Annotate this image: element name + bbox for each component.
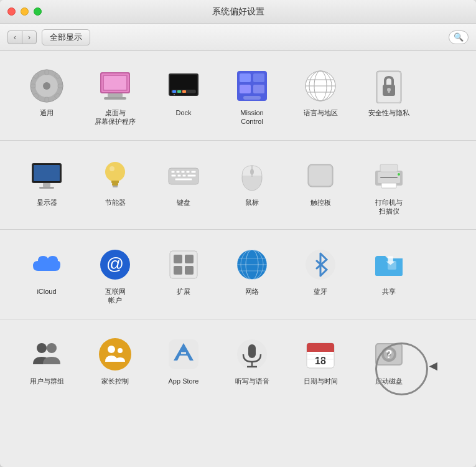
pref-sharing[interactable]: 共享	[355, 241, 423, 310]
svg-point-23	[174, 94, 175, 95]
general-icon	[28, 67, 65, 105]
pref-network[interactable]: 网络	[218, 241, 286, 310]
svg-rect-4	[45, 97, 49, 102]
pref-trackpad[interactable]: 触控板	[286, 152, 355, 221]
svg-point-94	[108, 346, 115, 353]
internet-accounts-icon: @	[96, 246, 134, 283]
toolbar: ‹ › 全部显示 🔍	[0, 24, 476, 51]
section-hardware: 显示器 节能器	[0, 141, 476, 230]
maximize-button[interactable]	[34, 7, 42, 16]
svg-rect-60	[177, 174, 181, 177]
pref-dock[interactable]: Dock	[149, 62, 218, 131]
pref-general[interactable]: 通用	[12, 62, 81, 131]
dock-label: Dock	[175, 108, 191, 117]
section-personal: 通用 桌面与 屏幕保护程序	[0, 51, 476, 141]
dictation-label: 听写与语音	[235, 377, 269, 385]
pref-dictation[interactable]: 听写与语音	[218, 331, 286, 390]
svg-rect-50	[112, 183, 118, 186]
network-icon	[233, 246, 271, 283]
pref-mission-control[interactable]: Mission Control	[218, 62, 286, 131]
svg-rect-42	[388, 90, 390, 93]
language-icon	[302, 67, 339, 105]
pref-desktop[interactable]: 桌面与 屏幕保护程序	[81, 62, 149, 131]
forward-button[interactable]: ›	[22, 31, 37, 44]
svg-rect-63	[175, 178, 192, 181]
pref-security[interactable]: 安全性与隐私	[355, 62, 423, 131]
bluetooth-icon	[302, 246, 339, 283]
pref-startup-disk[interactable]: ? 启动磁盘	[355, 331, 423, 390]
appstore-icon	[165, 336, 202, 373]
pref-internet-accounts[interactable]: @ 互联网 帐户	[81, 241, 149, 310]
svg-point-48	[105, 162, 125, 182]
pref-icloud[interactable]: iCloud	[12, 241, 81, 310]
svg-rect-21	[177, 90, 181, 93]
pref-display[interactable]: 显示器	[12, 152, 81, 221]
sharing-icon	[370, 246, 408, 283]
users-label: 用户与群组	[30, 377, 64, 385]
pref-mouse[interactable]: 鼠标	[218, 152, 286, 221]
svg-rect-29	[243, 96, 261, 100]
appstore-label: App Store	[169, 377, 199, 385]
pref-users[interactable]: 用户与群组	[12, 331, 81, 390]
pref-appstore[interactable]: App Store	[149, 331, 218, 390]
svg-rect-72	[381, 183, 396, 188]
pref-printer[interactable]: 打印机与 扫描仪	[355, 152, 423, 221]
svg-rect-55	[176, 171, 180, 173]
svg-rect-80	[174, 266, 182, 275]
arrow-indicator: ◀	[429, 360, 437, 372]
parental-icon	[96, 336, 134, 373]
pref-language[interactable]: 语言与地区	[286, 62, 355, 131]
svg-rect-56	[181, 171, 185, 173]
general-label: 通用	[40, 108, 54, 117]
mouse-label: 鼠标	[245, 198, 259, 207]
icloud-icon	[28, 246, 65, 283]
pref-bluetooth[interactable]: 蓝牙	[286, 241, 355, 310]
svg-point-2	[43, 82, 50, 90]
search-box[interactable]: 🔍	[449, 31, 469, 44]
svg-rect-51	[113, 186, 118, 187]
datetime-icon: 18	[302, 336, 339, 373]
trackpad-label: 触控板	[310, 198, 331, 207]
titlebar: 系统偏好设置	[0, 0, 476, 24]
display-label: 显示器	[37, 198, 57, 207]
dictation-icon	[233, 336, 271, 373]
printer-label: 打印机与 扫描仪	[375, 198, 403, 216]
keyboard-icon	[165, 157, 202, 194]
svg-rect-3	[45, 70, 49, 75]
startup-disk-icon: ?	[370, 336, 408, 373]
svg-point-91	[37, 343, 47, 353]
keyboard-label: 键盘	[177, 198, 190, 207]
svg-rect-14	[104, 97, 126, 100]
mission-control-label: Mission Control	[240, 108, 263, 126]
svg-rect-46	[43, 183, 50, 187]
system-preferences-window: 系统偏好设置 ‹ › 全部显示 🔍	[0, 0, 476, 467]
printer-icon	[370, 157, 408, 194]
pref-parental[interactable]: 家长控制	[81, 331, 149, 390]
svg-point-92	[47, 343, 57, 353]
trackpad-icon	[302, 157, 339, 194]
svg-rect-22	[182, 90, 186, 93]
show-all-button[interactable]: 全部显示	[42, 29, 90, 45]
svg-rect-79	[185, 255, 194, 263]
svg-rect-13	[108, 93, 123, 97]
pref-datetime[interactable]: 18 日期与时间	[286, 331, 355, 390]
pref-energy[interactable]: 节能器	[81, 152, 149, 221]
minimize-button[interactable]	[21, 7, 29, 16]
svg-rect-49	[111, 181, 119, 183]
mouse-icon	[233, 157, 271, 194]
preferences-content: 通用 桌面与 屏幕保护程序	[0, 51, 476, 467]
svg-rect-54	[171, 171, 175, 173]
window-title: 系统偏好设置	[212, 6, 264, 17]
svg-rect-73	[380, 164, 398, 172]
svg-rect-26	[253, 73, 264, 82]
display-icon	[28, 157, 65, 194]
pref-keyboard[interactable]: 键盘	[149, 152, 218, 221]
svg-point-52	[110, 166, 114, 171]
close-button[interactable]	[7, 7, 16, 16]
extensions-icon	[165, 246, 202, 283]
pref-extensions[interactable]: 扩展	[149, 241, 218, 310]
svg-rect-47	[39, 187, 54, 189]
icloud-label: iCloud	[37, 287, 56, 296]
svg-text:?: ?	[386, 348, 393, 361]
back-button[interactable]: ‹	[7, 31, 22, 44]
